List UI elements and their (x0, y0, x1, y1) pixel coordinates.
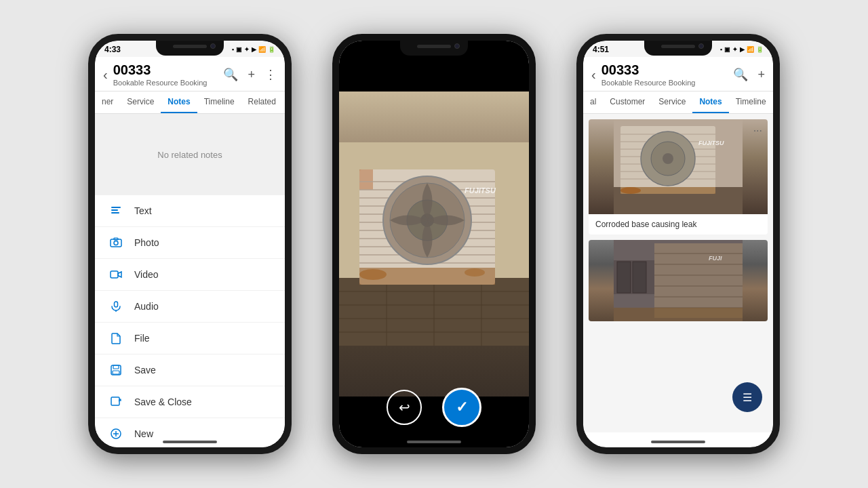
add-icon-3[interactable]: + (757, 68, 765, 82)
notes-empty-area: No related notes (95, 114, 285, 195)
svg-point-4 (114, 241, 118, 245)
back-button-3[interactable]: ‹ (591, 67, 596, 83)
tab-al[interactable]: al (583, 92, 603, 113)
svg-rect-3 (111, 239, 121, 247)
camera-image-area: FUJITSU (339, 92, 529, 396)
tab-ner[interactable]: ner (95, 92, 120, 113)
camera-dot-1 (210, 43, 216, 49)
svg-rect-6 (111, 271, 118, 278)
svg-text:FUJITSU: FUJITSU (698, 140, 724, 146)
camera-dot-2 (454, 43, 460, 49)
video-icon (108, 267, 123, 282)
search-icon-3[interactable]: 🔍 (733, 67, 748, 82)
svg-point-62 (620, 187, 641, 194)
speaker-2 (417, 45, 451, 48)
app-header-3: ‹ 00333 Bookable Resource Booking 🔍 + (583, 57, 773, 92)
header-actions-1: 🔍 + ⋮ (223, 67, 277, 82)
tab-notes-1[interactable]: Notes (161, 92, 197, 113)
menu-item-photo[interactable]: Photo (95, 227, 285, 259)
svg-rect-7 (115, 302, 118, 307)
subtitle-3: Bookable Resource Booking (601, 79, 734, 87)
save-close-icon (108, 394, 123, 409)
text-icon (108, 203, 123, 218)
camera-controls: ↩ ✓ (339, 388, 529, 427)
svg-rect-75 (614, 308, 743, 321)
phone-2: FUJITSU ↩ ✓ (332, 34, 536, 454)
record-id-3: 00333 (601, 62, 734, 78)
no-notes-text: No related notes (157, 150, 222, 160)
home-indicator-1 (163, 441, 217, 443)
svg-rect-12 (111, 397, 119, 405)
notes-content: ··· (583, 114, 773, 432)
tab-related[interactable]: Related (241, 92, 283, 113)
note-photo-2: FUJI (589, 240, 768, 321)
fab-button[interactable]: ☰ (732, 382, 762, 412)
confirm-icon: ✓ (456, 399, 468, 416)
app-header-1: ‹ 00333 Bookable Resource Booking 🔍 + ⋮ (95, 57, 285, 92)
note-card-1: ··· (589, 119, 768, 235)
menu-label-save-close: Save & Close (134, 396, 192, 407)
tab-timeline-1[interactable]: Timeline (197, 92, 241, 113)
more-icon-1[interactable]: ⋮ (264, 67, 277, 82)
tab-service-3[interactable]: Service (652, 92, 692, 113)
file-icon (108, 331, 123, 346)
svg-rect-67 (654, 243, 743, 318)
speaker-3 (661, 45, 695, 48)
menu-item-text[interactable]: Text (95, 195, 285, 227)
phone-1: 4:33 ▪ ▣ ✦ ▶ 📶 🔋 ‹ 00333 Bookable Resour… (88, 34, 292, 454)
svg-rect-11 (113, 371, 119, 374)
home-indicator-3 (651, 441, 705, 443)
retake-button[interactable]: ↩ (387, 390, 422, 425)
header-actions-3: 🔍 + (733, 67, 765, 82)
search-icon-1[interactable]: 🔍 (223, 67, 238, 82)
add-icon-1[interactable]: + (248, 68, 255, 82)
home-indicator-2 (407, 441, 461, 443)
menu-item-video[interactable]: Video (95, 259, 285, 291)
camera-screen: FUJITSU ↩ ✓ (339, 41, 529, 447)
speaker-1 (173, 45, 207, 48)
phone-3: 4:51 ▪ ▣ ✦ ▶ 📶 🔋 ‹ 00333 Bookable Resour… (576, 34, 780, 454)
context-menu: Text Photo (95, 195, 285, 447)
phones-container: 4:33 ▪ ▣ ✦ ▶ 📶 🔋 ‹ 00333 Bookable Resour… (0, 0, 868, 488)
tab-service-1[interactable]: Service (120, 92, 161, 113)
menu-label-save: Save (134, 365, 156, 375)
screen-1: 4:33 ▪ ▣ ✦ ▶ 📶 🔋 ‹ 00333 Bookable Resour… (95, 41, 285, 447)
time-1: 4:33 (104, 45, 121, 54)
tab-notes-3[interactable]: Notes (692, 92, 728, 113)
capture-confirm-button[interactable]: ✓ (442, 388, 481, 427)
status-icons-1: ▪ ▣ ✦ ▶ 📶 🔋 (232, 46, 275, 53)
menu-item-audio[interactable]: Audio (95, 291, 285, 323)
menu-item-file[interactable]: File (95, 323, 285, 354)
note-menu-2[interactable]: ··· (753, 245, 762, 258)
menu-label-audio: Audio (134, 301, 159, 312)
subtitle-1: Bookable Resource Booking (113, 79, 224, 87)
back-button-1[interactable]: ‹ (103, 67, 108, 83)
audio-icon (108, 299, 123, 314)
menu-label-new: New (134, 428, 153, 439)
time-3: 4:51 (593, 45, 609, 54)
menu-label-photo: Photo (134, 237, 159, 248)
svg-rect-1 (111, 209, 118, 211)
screen-3: 4:51 ▪ ▣ ✦ ▶ 📶 🔋 ‹ 00333 Bookable Resour… (583, 41, 773, 447)
menu-label-file: File (134, 333, 150, 344)
new-icon (108, 426, 123, 441)
menu-label-text: Text (134, 205, 152, 216)
svg-rect-66 (633, 262, 646, 293)
note-photo-1: FUJITSU (589, 119, 768, 214)
svg-text:FUJITSU: FUJITSU (465, 186, 496, 195)
tab-customer[interactable]: Customer (603, 92, 652, 113)
svg-text:FUJI: FUJI (709, 255, 722, 262)
header-title-area-1: 00333 Bookable Resource Booking (113, 62, 224, 87)
retake-icon: ↩ (399, 399, 410, 415)
menu-item-save-close[interactable]: Save & Close (95, 386, 285, 418)
tab-timeline-3[interactable]: Timeline (729, 92, 773, 113)
tabs-bar-3: al Customer Service Notes Timeline (583, 92, 773, 114)
menu-label-video: Video (134, 269, 159, 280)
tabs-bar-1: ner Service Notes Timeline Related (95, 92, 285, 114)
menu-item-save[interactable]: Save (95, 354, 285, 386)
note-menu-1[interactable]: ··· (753, 125, 762, 137)
svg-point-45 (359, 269, 387, 280)
note-card-2: ··· (589, 240, 768, 321)
header-title-area-3: 00333 Bookable Resource Booking (601, 62, 734, 87)
status-icons-3: ▪ ▣ ✦ ▶ 📶 🔋 (720, 46, 764, 53)
